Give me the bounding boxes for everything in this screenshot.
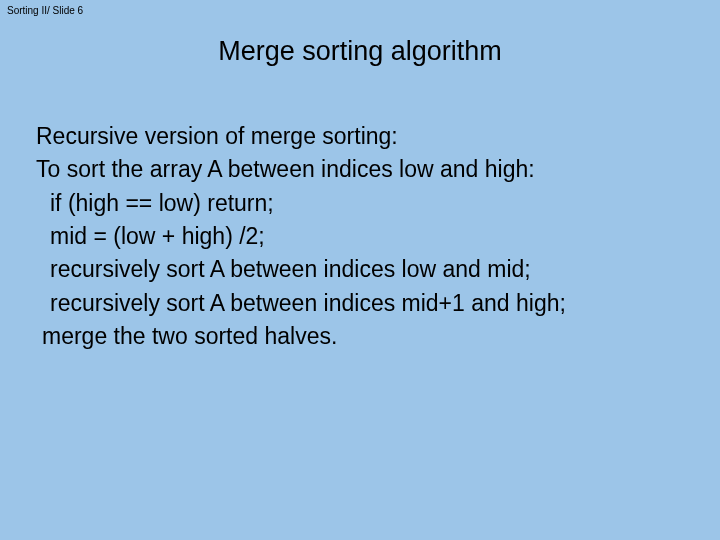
body-line: recursively sort A between indices mid+1… <box>36 287 696 320</box>
slide-title: Merge sorting algorithm <box>0 36 720 67</box>
body-line: if (high == low) return; <box>36 187 696 220</box>
body-line: merge the two sorted halves. <box>36 320 696 353</box>
slide-body: Recursive version of merge sorting: To s… <box>36 120 696 353</box>
body-line: Recursive version of merge sorting: <box>36 120 696 153</box>
body-line: recursively sort A between indices low a… <box>36 253 696 286</box>
body-line: mid = (low + high) /2; <box>36 220 696 253</box>
body-line: To sort the array A between indices low … <box>36 153 696 186</box>
slide-header-label: Sorting II/ Slide 6 <box>7 5 83 16</box>
